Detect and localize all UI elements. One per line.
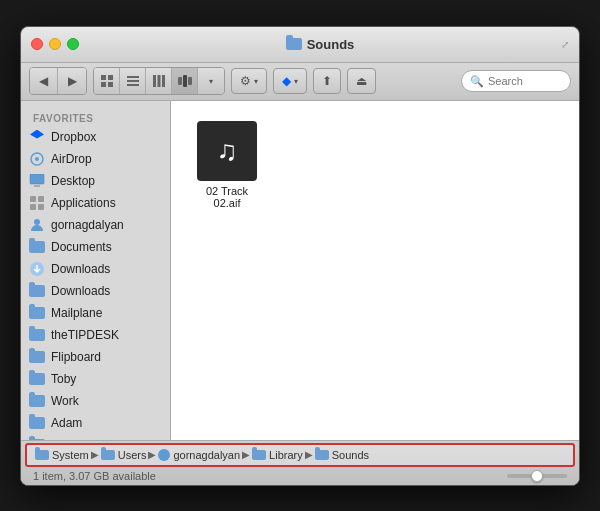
sidebar-item-toby[interactable]: Toby — [21, 368, 170, 390]
share-icon: ⬆ — [322, 74, 332, 88]
svg-rect-12 — [188, 77, 192, 85]
sidebar-item-desktop[interactable]: Desktop — [21, 170, 170, 192]
list-view-button[interactable] — [120, 68, 146, 94]
toolbar: ◀ ▶ — [21, 63, 579, 101]
search-box[interactable]: 🔍 — [461, 70, 571, 92]
sidebar-item-label: gornagdalyan — [51, 218, 124, 232]
svg-rect-1 — [108, 75, 113, 80]
path-label: Sounds — [332, 449, 369, 461]
sidebar-item-label: Mailplane — [51, 306, 102, 320]
view-dropdown-icon: ▾ — [209, 77, 213, 86]
item-count-text: 1 item, 3.07 GB available — [33, 470, 156, 482]
path-user-icon — [158, 449, 170, 461]
path-sep-2: ▶ — [148, 449, 156, 460]
coverflow-view-button[interactable] — [172, 68, 198, 94]
svg-rect-10 — [178, 77, 182, 85]
action-dropdown-icon: ▾ — [254, 77, 258, 86]
view-dropdown-button[interactable]: ▾ — [198, 68, 224, 94]
title-folder-icon — [286, 38, 302, 50]
sidebar-item-applications[interactable]: Applications — [21, 192, 170, 214]
dropbox-sidebar-icon — [29, 129, 45, 145]
svg-rect-16 — [34, 185, 40, 187]
sidebar-item-airdrop[interactable]: AirDrop — [21, 148, 170, 170]
column-view-icon — [153, 75, 165, 87]
nav-buttons: ◀ ▶ — [29, 67, 87, 95]
desktop-sidebar-icon — [29, 173, 45, 189]
svg-rect-3 — [108, 82, 113, 87]
svg-rect-7 — [153, 75, 156, 87]
close-button[interactable] — [31, 38, 43, 50]
back-icon: ◀ — [39, 74, 48, 88]
view-buttons: ▾ — [93, 67, 225, 95]
svg-rect-11 — [183, 75, 187, 87]
sidebar-item-mailplane[interactable]: Mailplane — [21, 302, 170, 324]
sidebar-item-work[interactable]: Work — [21, 390, 170, 412]
path-sep-3: ▶ — [242, 449, 250, 460]
sidebar-item-dropbox[interactable]: Dropbox — [21, 126, 170, 148]
traffic-lights — [31, 38, 79, 50]
path-item-system[interactable]: System — [35, 449, 89, 461]
sidebar-item-downloads2[interactable]: Downloads — [21, 280, 170, 302]
svg-point-14 — [35, 157, 39, 161]
forward-button[interactable]: ▶ — [58, 68, 86, 94]
icon-view-icon — [101, 75, 113, 87]
svg-rect-18 — [38, 196, 44, 202]
maximize-button[interactable] — [67, 38, 79, 50]
path-item-user[interactable]: gornagdalyan — [158, 449, 240, 461]
downloads2-sidebar-icon — [29, 283, 45, 299]
svg-rect-5 — [127, 80, 139, 82]
sidebar-item-downloads1[interactable]: Downloads — [21, 258, 170, 280]
sidebar-item-label: Dropbox — [51, 130, 96, 144]
search-input[interactable] — [488, 75, 558, 87]
sidebar-item-tipdesk[interactable]: theTIPDESK — [21, 324, 170, 346]
sidebar-item-label: Work — [51, 394, 79, 408]
back-button[interactable]: ◀ — [30, 68, 58, 94]
user-sidebar-icon — [29, 217, 45, 233]
eject-button[interactable]: ⏏ — [347, 68, 376, 94]
column-view-button[interactable] — [146, 68, 172, 94]
music-file-icon: ♫ — [197, 121, 257, 181]
dropbox-dropdown-icon: ▾ — [294, 77, 298, 86]
statusbar: System ▶ Users ▶ gornagdalyan ▶ Library … — [21, 440, 579, 485]
info-bar: 1 item, 3.07 GB available — [21, 467, 579, 485]
minimize-button[interactable] — [49, 38, 61, 50]
path-label: Library — [269, 449, 303, 461]
flipboard-sidebar-icon — [29, 349, 45, 365]
content-area: ♫ 02 Track 02.aif — [171, 101, 579, 440]
sidebar-item-adam[interactable]: Adam — [21, 412, 170, 434]
main-area: FAVORITES Dropbox AirDrop D — [21, 101, 579, 440]
sidebar: FAVORITES Dropbox AirDrop D — [21, 101, 171, 440]
svg-rect-4 — [127, 76, 139, 78]
svg-rect-2 — [101, 82, 106, 87]
documents-sidebar-icon — [29, 239, 45, 255]
sidebar-item-documents[interactable]: Documents — [21, 236, 170, 258]
mailplane-sidebar-icon — [29, 305, 45, 321]
tipdesk-sidebar-icon — [29, 327, 45, 343]
titlebar: Sounds ⤢ — [21, 27, 579, 63]
svg-rect-20 — [38, 204, 44, 210]
gear-icon: ⚙ — [240, 74, 251, 88]
path-item-library[interactable]: Library — [252, 449, 303, 461]
svg-rect-9 — [162, 75, 165, 87]
dropbox-button[interactable]: ◆ ▾ — [273, 68, 307, 94]
coverflow-view-icon — [178, 75, 192, 87]
file-item[interactable]: ♫ 02 Track 02.aif — [187, 117, 267, 213]
sidebar-item-label: Desktop — [51, 174, 95, 188]
path-item-sounds[interactable]: Sounds — [315, 449, 369, 461]
sidebar-item-flipboard[interactable]: Flipboard — [21, 346, 170, 368]
share-button[interactable]: ⬆ — [313, 68, 341, 94]
search-icon: 🔍 — [470, 75, 484, 88]
toby-sidebar-icon — [29, 371, 45, 387]
sidebar-item-label: Flipboard — [51, 350, 101, 364]
downloads1-sidebar-icon — [29, 261, 45, 277]
consuelo-sidebar-icon — [29, 437, 45, 440]
path-item-users[interactable]: Users — [101, 449, 147, 461]
action-button[interactable]: ⚙ ▾ — [231, 68, 267, 94]
sidebar-item-label: Applications — [51, 196, 116, 210]
svg-rect-17 — [30, 196, 36, 202]
zoom-slider[interactable] — [507, 474, 567, 478]
sidebar-item-user[interactable]: gornagdalyan — [21, 214, 170, 236]
path-bar: System ▶ Users ▶ gornagdalyan ▶ Library … — [25, 443, 575, 467]
svg-rect-6 — [127, 84, 139, 86]
icon-view-button[interactable] — [94, 68, 120, 94]
